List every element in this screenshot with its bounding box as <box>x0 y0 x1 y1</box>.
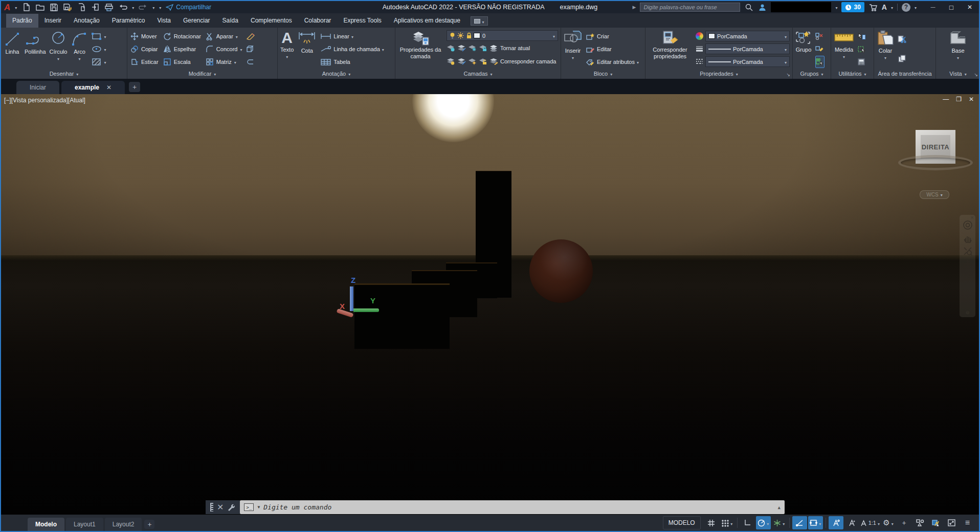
rectangle-caret-icon[interactable] <box>104 33 106 39</box>
viewcube-compass-ring[interactable] <box>898 155 973 170</box>
edit-attributes-caret-icon[interactable] <box>637 59 639 65</box>
ribbon-tab-gerenciar[interactable]: Gerenciar <box>177 14 216 28</box>
redo-caret-icon[interactable] <box>152 4 154 11</box>
cut-button[interactable] <box>898 33 907 46</box>
ellipse-caret-icon[interactable] <box>104 46 106 52</box>
hardware-acceleration-button[interactable] <box>928 516 943 529</box>
drag-grip-icon[interactable] <box>210 503 213 512</box>
measure-caret-icon[interactable] <box>843 53 845 60</box>
navbar-menu-icon[interactable]: ⊖ <box>966 310 970 315</box>
orbit-icon[interactable] <box>963 259 972 269</box>
quick-calc-select-button[interactable] <box>858 43 866 55</box>
save-as-icon[interactable] <box>63 3 72 12</box>
hatch-tool-button[interactable] <box>92 56 106 68</box>
panel-label-desenhar[interactable]: Desenhar <box>1 69 127 79</box>
create-block-button[interactable]: Criar <box>586 30 642 42</box>
copy-button[interactable]: Copiar <box>130 43 159 55</box>
ellipse-tool-button[interactable] <box>92 43 106 55</box>
open-web-mobile-icon[interactable] <box>91 3 100 12</box>
cart-icon[interactable] <box>868 3 878 12</box>
leader-caret-icon[interactable] <box>382 46 384 52</box>
plot-icon[interactable] <box>104 3 114 12</box>
zoom-extents-icon[interactable] <box>963 247 972 256</box>
ribbon-tab-inserir[interactable]: Inserir <box>38 14 68 28</box>
arc-button[interactable]: Arco <box>70 29 89 69</box>
join-button[interactable] <box>246 56 255 68</box>
close-tab-icon[interactable]: ✕ <box>106 84 112 91</box>
user-name-redacted[interactable] <box>771 2 831 12</box>
help-icon[interactable]: ? <box>902 3 910 12</box>
show-motion-icon[interactable] <box>963 272 972 280</box>
paste-caret-icon[interactable] <box>884 54 886 61</box>
base-caret-icon[interactable] <box>957 54 959 61</box>
minimize-button[interactable] <box>924 1 942 13</box>
autodesk-app-store-icon[interactable]: A <box>882 3 887 11</box>
ribbon-tab-padrao[interactable]: Padrão <box>6 14 38 28</box>
object-snap-toggle[interactable] <box>808 516 823 529</box>
match-layer-button[interactable]: Corresponder camada <box>500 58 556 64</box>
insert-caret-icon[interactable] <box>572 54 574 61</box>
viewport-controls-label[interactable]: [−][Vista personalizada][Atual] <box>4 97 85 104</box>
settings-button[interactable]: ⚙ <box>881 516 896 529</box>
customization-button[interactable]: ≡ <box>960 516 975 529</box>
polyline-button[interactable]: Polilinha <box>24 29 47 69</box>
ortho-toggle[interactable] <box>740 516 755 529</box>
store-caret-icon[interactable] <box>891 4 893 11</box>
model-space-button[interactable]: MODELO <box>663 516 701 529</box>
save-icon[interactable] <box>49 3 58 12</box>
navbar-close-icon[interactable]: ✕ <box>970 215 974 220</box>
paste-button[interactable]: Colar <box>876 29 895 69</box>
settings-caret-icon[interactable] <box>892 519 894 527</box>
undo-icon[interactable] <box>118 3 127 12</box>
polar-caret-icon[interactable] <box>767 519 769 527</box>
object-color-combo[interactable]: PorCamada <box>705 31 790 41</box>
viewport-restore-icon[interactable]: ❐ <box>956 96 962 103</box>
close-button[interactable] <box>961 1 979 13</box>
edit-attributes-button[interactable]: Editar atributos <box>586 56 642 68</box>
circle-caret-icon[interactable] <box>57 55 59 62</box>
pan-hand-icon[interactable] <box>963 234 972 243</box>
ucs-y-axis[interactable] <box>353 308 379 312</box>
annotation-visibility-toggle[interactable] <box>829 516 843 529</box>
panel-label-anotacao[interactable]: Anotação <box>278 69 395 79</box>
fullscreen-button[interactable] <box>944 516 959 529</box>
search-expand-icon[interactable]: ▶ <box>633 5 636 10</box>
navigation-wheel-icon[interactable] <box>963 220 973 230</box>
edit-group-button[interactable] <box>815 43 825 55</box>
lineweight-combo[interactable]: PorCamada <box>705 43 790 54</box>
viewcube-face-label[interactable]: DIREITA <box>922 143 950 151</box>
command-caret-icon[interactable]: ▼ <box>257 505 260 509</box>
panel-label-modificar[interactable]: Modificar <box>127 69 277 79</box>
grid-toggle[interactable] <box>704 516 719 529</box>
propriedades-dialog-launcher-icon[interactable] <box>786 72 790 77</box>
redo-icon[interactable] <box>139 3 148 12</box>
circle-button[interactable]: Círculo <box>49 29 69 69</box>
leader-button[interactable]: Linha de chamada <box>320 43 392 55</box>
layout-tab-layout2[interactable]: Layout2 <box>105 518 142 531</box>
text-caret-icon[interactable] <box>286 53 288 60</box>
user-menu-caret-icon[interactable] <box>835 4 837 11</box>
app-menu-button[interactable]: A <box>4 3 10 12</box>
user-icon[interactable] <box>758 3 767 12</box>
annotation-scale-button[interactable]: 1:1 <box>860 516 880 529</box>
array-button[interactable]: Matriz <box>206 56 242 68</box>
media-dropdown-button[interactable] <box>471 16 488 26</box>
layer-properties-button[interactable]: Propriedades da camada <box>397 29 444 69</box>
linetype-combo[interactable]: PorCamada <box>705 56 790 67</box>
panel-label-area-transferencia[interactable]: Área de transferência <box>874 69 936 79</box>
navigation-bar[interactable]: ✕ ⊖ <box>960 215 975 317</box>
trim-button[interactable]: Aparar <box>206 31 242 42</box>
layer-select-combo[interactable]: 0 <box>447 30 558 41</box>
ribbon-tab-parametrico[interactable]: Paramétrico <box>106 14 151 28</box>
command-prompt-icon[interactable]: >_ <box>244 503 254 511</box>
explode-button[interactable] <box>246 43 255 55</box>
panel-label-camadas[interactable]: Camadas <box>395 69 561 79</box>
trim-caret-icon[interactable] <box>236 33 238 39</box>
ucs-z-axis[interactable] <box>350 286 353 311</box>
text-button[interactable]: A Texto <box>279 29 295 69</box>
base-view-button[interactable]: Base <box>947 29 969 69</box>
erase-button[interactable] <box>246 30 255 42</box>
open-folder-icon[interactable] <box>35 3 44 12</box>
search-icon[interactable] <box>744 3 753 12</box>
scale-button[interactable]: Escala <box>163 56 201 68</box>
